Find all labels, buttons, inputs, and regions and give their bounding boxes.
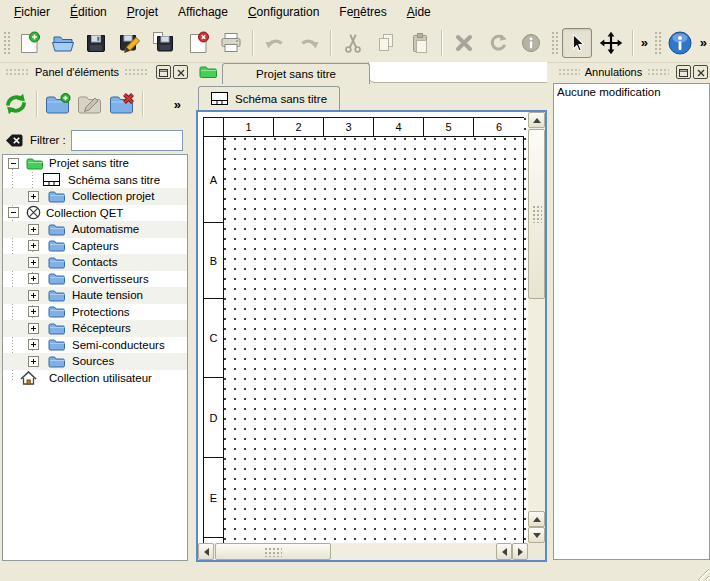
project-window-icon[interactable]: [199, 65, 218, 82]
save-icon: [85, 32, 107, 54]
close-panel-button[interactable]: [693, 65, 708, 79]
zoom-info-button[interactable]: [665, 28, 695, 58]
horizontal-scroll-thumb[interactable]: [215, 543, 331, 560]
float-icon: [679, 65, 688, 80]
tree-item-label: Convertisseurs: [72, 273, 149, 285]
tree-item-collection-utilisateur[interactable]: Collection utilisateur: [3, 370, 187, 387]
expand-icon[interactable]: [28, 240, 39, 251]
menu-configuration[interactable]: Configuration: [238, 3, 329, 21]
float-panel-button[interactable]: [156, 65, 171, 79]
tree-item-automatisme[interactable]: Automatisme: [3, 221, 187, 238]
copy-button[interactable]: [372, 28, 402, 58]
tree-item-capteurs[interactable]: Capteurs: [3, 238, 187, 255]
delete-category-button[interactable]: [107, 89, 137, 119]
elements-tree[interactable]: Projet sans titre Schéma sans titre Coll…: [2, 154, 188, 561]
undo-button[interactable]: [260, 28, 290, 58]
close-file-button[interactable]: [183, 28, 213, 58]
expand-icon[interactable]: [28, 273, 39, 284]
filter-input[interactable]: [71, 130, 183, 151]
folder-edit-icon: [77, 93, 103, 115]
collapse-icon[interactable]: [8, 158, 19, 169]
undo-list-item[interactable]: Aucune modification: [554, 84, 709, 100]
scroll-down-button[interactable]: [528, 527, 545, 543]
paste-button[interactable]: [405, 28, 435, 58]
undo-panel-titlebar[interactable]: Annulations: [553, 62, 710, 82]
edit-category-button[interactable]: [75, 89, 105, 119]
tab-projet-sans-titre[interactable]: Projet sans titre: [222, 63, 370, 84]
menu-fenetres[interactable]: Fenêtres: [329, 3, 396, 21]
elements-panel-titlebar[interactable]: Panel d'éléments: [0, 62, 190, 82]
tree-item-contacts[interactable]: Contacts: [3, 254, 187, 271]
resize-grip[interactable]: [694, 565, 709, 580]
tree-item-convertisseurs[interactable]: Convertisseurs: [3, 271, 187, 288]
tree-item-collection-qet[interactable]: Collection QET: [3, 205, 187, 222]
cut-button[interactable]: [338, 28, 368, 58]
menu-projet[interactable]: Projet: [117, 3, 168, 21]
reload-collections-button[interactable]: [1, 89, 31, 119]
menu-edition[interactable]: Édition: [60, 3, 117, 21]
save-as-button[interactable]: [115, 28, 145, 58]
tab-schema-sans-titre[interactable]: Schéma sans titre: [198, 86, 340, 110]
toolbar-overflow-button[interactable]: »: [697, 35, 710, 50]
menu-label: Fe: [339, 5, 353, 19]
expand-icon[interactable]: [28, 191, 39, 202]
menu-accel: P: [127, 5, 135, 19]
open-project-button[interactable]: [48, 28, 78, 58]
collapse-icon[interactable]: [8, 207, 19, 218]
panel-toolbar-overflow-button[interactable]: »: [171, 97, 184, 112]
scroll-up-button[interactable]: [528, 112, 545, 128]
tree-item-project[interactable]: Projet sans titre: [3, 155, 187, 172]
frame-row-header: D: [204, 378, 224, 458]
expand-icon[interactable]: [28, 339, 39, 350]
toolbar-drag-handle[interactable]: [2, 30, 10, 56]
scroll-left-button-right[interactable]: [496, 543, 512, 560]
float-panel-button[interactable]: [676, 65, 691, 79]
frame-column-header: 2: [274, 118, 324, 137]
delete-button[interactable]: [449, 28, 479, 58]
toolbar-overflow-button[interactable]: »: [638, 35, 651, 50]
select-mode-button[interactable]: [562, 28, 592, 58]
save-button[interactable]: [81, 28, 111, 58]
redo-button[interactable]: [294, 28, 324, 58]
tree-item-sources[interactable]: Sources: [3, 353, 187, 370]
clear-filter-icon[interactable]: [5, 133, 24, 148]
tree-item-haute-tension[interactable]: Haute tension: [3, 287, 187, 304]
print-button[interactable]: [217, 28, 247, 58]
menu-affichage[interactable]: Affichage: [168, 3, 238, 21]
vertical-scrollbar[interactable]: [528, 112, 545, 543]
tree-item-label: Collection utilisateur: [49, 372, 152, 384]
menu-aide[interactable]: Aide: [397, 3, 441, 21]
horizontal-scrollbar[interactable]: [198, 543, 528, 560]
scroll-left-button[interactable]: [198, 543, 214, 560]
tree-item-semi-conducteurs[interactable]: Semi-conducteurs: [3, 337, 187, 354]
move-mode-button[interactable]: [596, 28, 626, 58]
new-project-button[interactable]: [14, 28, 44, 58]
expand-icon[interactable]: [28, 356, 39, 367]
scroll-right-button[interactable]: [512, 543, 528, 560]
new-category-button[interactable]: [43, 89, 73, 119]
scroll-up-button-bottom[interactable]: [528, 511, 545, 527]
save-all-button[interactable]: [149, 28, 179, 58]
tree-item-schema[interactable]: Schéma sans titre: [3, 172, 187, 189]
expand-icon[interactable]: [28, 323, 39, 334]
menu-fichier[interactable]: Fichier: [4, 3, 60, 21]
tree-item-protections[interactable]: Protections: [3, 304, 187, 321]
expand-icon[interactable]: [28, 224, 39, 235]
toolbar-drag-handle[interactable]: [550, 30, 558, 56]
expand-icon[interactable]: [28, 306, 39, 317]
expand-icon[interactable]: [28, 257, 39, 268]
element-info-button[interactable]: [517, 28, 547, 58]
rotate-button[interactable]: [483, 28, 513, 58]
expand-icon[interactable]: [28, 290, 39, 301]
schema-canvas[interactable]: 1 2 3 4 5 6 A B C D E: [198, 112, 528, 543]
frame-row-header: A: [204, 137, 224, 223]
tree-item-label: Semi-conducteurs: [72, 339, 165, 351]
undo-history-list[interactable]: Aucune modification: [553, 83, 710, 560]
vertical-scroll-thumb[interactable]: [528, 129, 545, 299]
paste-icon: [409, 32, 431, 54]
close-panel-button[interactable]: [173, 65, 188, 79]
tree-item-label: Projet sans titre: [49, 157, 129, 169]
toolbar-drag-handle[interactable]: [653, 30, 661, 56]
tree-item-collection-projet[interactable]: Collection projet: [3, 188, 187, 205]
tree-item-recepteurs[interactable]: Récepteurs: [3, 320, 187, 337]
